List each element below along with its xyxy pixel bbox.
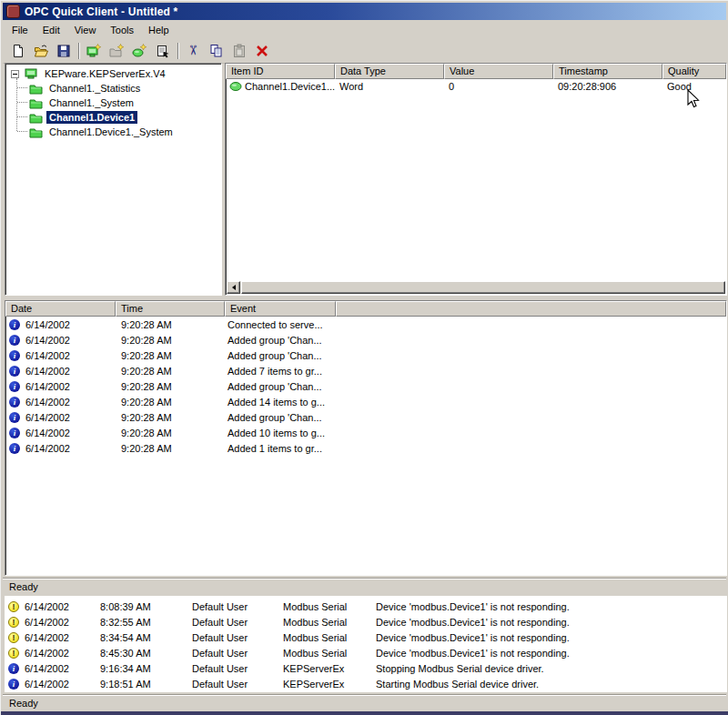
menu-tools[interactable]: Tools — [103, 23, 141, 37]
info-icon: i — [9, 443, 20, 454]
scrollbar-thumb[interactable] — [241, 281, 725, 294]
log-event: Device 'modbus.Device1' is not respondin… — [370, 617, 727, 628]
item-row[interactable]: Channel1.Device1... Word 0 09:20:28:906 … — [226, 79, 726, 94]
data-type-cell: Word — [335, 81, 444, 92]
log-date: 6/14/2002 — [25, 679, 69, 690]
tree-root-label: KEPware.KEPServerEx.V4 — [42, 67, 168, 80]
log-date: 6/14/2002 — [25, 601, 69, 612]
info-icon: i — [9, 366, 20, 377]
event-log-row[interactable]: i6/14/2002 9:20:28 AM Added group 'Chan.… — [5, 378, 726, 394]
column-header-event[interactable]: Event — [225, 301, 336, 317]
copy-button[interactable] — [205, 40, 228, 61]
server-log-row[interactable]: i6/14/2002 9:16:34 AM Default User KEPSe… — [5, 660, 727, 676]
tree-item-label: Channel1._System — [46, 96, 136, 109]
log-user: Default User — [188, 679, 279, 690]
column-header-date[interactable]: Date — [5, 301, 116, 317]
warning-icon: ! — [8, 632, 19, 643]
log-time: 8:32:55 AM — [96, 617, 188, 628]
cut-button[interactable]: ✂ — [182, 40, 205, 61]
event-text: Connected to serve... — [225, 319, 726, 330]
server-log-row[interactable]: i6/14/2002 9:18:51 AM Default User KEPSe… — [5, 676, 727, 691]
tree-item-device1[interactable]: Channel1.Device1 — [5, 110, 221, 125]
collapse-expander-icon[interactable] — [11, 70, 19, 78]
event-log-row[interactable]: i6/14/2002 9:20:28 AM Connected to serve… — [5, 317, 726, 332]
scroll-left-button[interactable] — [227, 281, 240, 294]
event-log-row[interactable]: i6/14/2002 9:20:28 AM Added group 'Chan.… — [5, 409, 726, 425]
event-log-panel: Date Time Event i6/14/2002 9:20:28 AM Co… — [5, 300, 727, 576]
new-group-icon — [109, 44, 125, 58]
event-time: 9:20:28 AM — [116, 366, 225, 377]
save-project-button[interactable] — [52, 40, 75, 61]
new-document-button[interactable] — [6, 40, 29, 61]
item-list-panel: Item ID Data Type Value Timestamp Qualit… — [225, 63, 727, 296]
column-header-quality[interactable]: Quality — [662, 64, 726, 79]
event-text: Added group 'Chan... — [225, 412, 726, 423]
warning-icon: ! — [8, 648, 19, 659]
folder-icon — [29, 97, 43, 109]
event-time: 9:20:28 AM — [116, 412, 225, 423]
event-text: Added group 'Chan... — [225, 335, 726, 346]
open-project-button[interactable] — [29, 40, 52, 61]
title-bar[interactable]: OPC Quick Client - Untitled * — [3, 3, 726, 20]
event-log-row[interactable]: i6/14/2002 9:20:28 AM Added 1 items to g… — [5, 440, 726, 456]
log-time: 9:16:34 AM — [96, 663, 188, 674]
event-text: Added group 'Chan... — [225, 381, 726, 392]
event-time: 9:20:28 AM — [116, 319, 225, 330]
item-tag-icon — [229, 81, 242, 92]
status-text: Ready — [9, 581, 38, 592]
tree-item-device1-system[interactable]: Channel1.Device1._System — [5, 125, 221, 139]
column-header-timestamp[interactable]: Timestamp — [553, 64, 662, 79]
log-date: 6/14/2002 — [25, 648, 69, 659]
column-header-data-type[interactable]: Data Type — [335, 64, 444, 79]
status-text: Ready — [9, 698, 38, 709]
open-folder-icon — [34, 44, 48, 58]
paste-button[interactable] — [228, 40, 250, 61]
event-date: 6/14/2002 — [25, 443, 70, 454]
new-server-connection-button[interactable] — [83, 40, 106, 61]
cut-icon: ✂ — [187, 45, 200, 56]
menu-view[interactable]: View — [67, 23, 104, 37]
delete-button[interactable] — [250, 40, 273, 61]
event-text: Added 1 items to gr... — [225, 443, 726, 454]
delete-icon — [255, 44, 269, 58]
event-text: Added 14 items to g... — [225, 397, 726, 408]
server-log-row[interactable]: !6/14/2002 8:32:55 AM Default User Modbu… — [5, 614, 727, 629]
tree-item-label-selected: Channel1.Device1 — [46, 111, 137, 124]
event-time: 9:20:28 AM — [116, 428, 225, 438]
menu-file[interactable]: File — [5, 23, 35, 37]
tree-connector-stub — [17, 87, 27, 89]
server-log-row[interactable]: !6/14/2002 8:34:54 AM Default User Modbu… — [5, 629, 727, 645]
column-header-value[interactable]: Value — [444, 64, 553, 79]
event-log-row[interactable]: i6/14/2002 9:20:28 AM Added group 'Chan.… — [5, 332, 726, 347]
server-log-row[interactable]: !6/14/2002 8:08:39 AM Default User Modbu… — [5, 599, 727, 614]
log-date: 6/14/2002 — [25, 663, 69, 674]
horizontal-scrollbar[interactable] — [227, 281, 725, 294]
info-icon: i — [9, 412, 20, 423]
tree-item-statistics[interactable]: Channel1._Statistics — [5, 81, 221, 96]
log-source: KEPServerEx — [279, 679, 370, 690]
menu-help[interactable]: Help — [141, 23, 177, 37]
event-log-row[interactable]: i6/14/2002 9:20:28 AM Added 10 items to … — [5, 425, 726, 440]
new-item-icon — [132, 44, 147, 58]
toolbar: ✂ — [3, 38, 726, 64]
column-header-item-id[interactable]: Item ID — [226, 64, 335, 79]
server-log-row[interactable]: !6/14/2002 8:45:30 AM Default User Modbu… — [5, 645, 727, 660]
folder-icon — [29, 126, 43, 138]
event-log-row[interactable]: i6/14/2002 9:20:28 AM Added 7 items to g… — [5, 363, 726, 378]
server-icon — [25, 67, 38, 81]
toolbar-separator — [78, 43, 79, 59]
log-event: Device 'modbus.Device1' is not respondin… — [370, 632, 727, 643]
info-icon: i — [9, 397, 20, 408]
properties-button[interactable] — [151, 40, 174, 61]
event-log-row[interactable]: i6/14/2002 9:20:28 AM Added group 'Chan.… — [5, 347, 726, 363]
column-header-time[interactable]: Time — [116, 301, 225, 317]
menu-edit[interactable]: Edit — [35, 23, 67, 37]
new-item-button[interactable] — [128, 40, 151, 61]
tree-item-root[interactable]: KEPware.KEPServerEx.V4 — [5, 66, 221, 81]
item-list-header: Item ID Data Type Value Timestamp Qualit… — [226, 64, 726, 79]
folder-icon — [29, 83, 43, 95]
tree-item-system[interactable]: Channel1._System — [5, 96, 221, 110]
event-log-row[interactable]: i6/14/2002 9:20:28 AM Added 14 items to … — [5, 394, 726, 409]
log-source: Modbus Serial — [279, 617, 370, 628]
new-group-button[interactable] — [106, 40, 128, 61]
